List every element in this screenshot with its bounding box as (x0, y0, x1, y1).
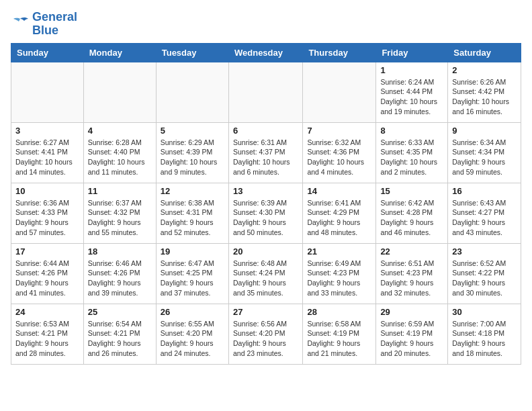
day-info: Sunrise: 6:33 AM Sunset: 4:35 PM Dayligh… (380, 138, 443, 177)
calendar-cell: 9Sunrise: 6:34 AM Sunset: 4:34 PM Daylig… (448, 122, 521, 183)
weekday-header: Sunday (11, 43, 84, 62)
day-info: Sunrise: 6:32 AM Sunset: 4:36 PM Dayligh… (307, 138, 371, 177)
calendar-week-row: 17Sunrise: 6:44 AM Sunset: 4:26 PM Dayli… (11, 243, 521, 304)
day-info: Sunrise: 6:47 AM Sunset: 4:25 PM Dayligh… (161, 259, 224, 298)
calendar-cell: 21Sunrise: 6:49 AM Sunset: 4:23 PM Dayli… (303, 243, 376, 304)
calendar-cell: 10Sunrise: 6:36 AM Sunset: 4:33 PM Dayli… (11, 183, 84, 243)
calendar-cell: 14Sunrise: 6:41 AM Sunset: 4:29 PM Dayli… (303, 183, 376, 243)
calendar-cell: 23Sunrise: 6:52 AM Sunset: 4:22 PM Dayli… (448, 243, 521, 304)
day-number: 8 (380, 126, 443, 136)
day-info: Sunrise: 6:51 AM Sunset: 4:23 PM Dayligh… (380, 259, 443, 298)
calendar-cell: 1Sunrise: 6:24 AM Sunset: 4:44 PM Daylig… (376, 62, 448, 122)
calendar-cell (83, 62, 156, 122)
weekday-header: Monday (83, 43, 156, 62)
day-number: 20 (233, 246, 298, 257)
calendar-week-row: 10Sunrise: 6:36 AM Sunset: 4:33 PM Dayli… (11, 183, 521, 243)
calendar-cell: 29Sunrise: 6:59 AM Sunset: 4:19 PM Dayli… (376, 304, 448, 364)
day-info: Sunrise: 6:34 AM Sunset: 4:34 PM Dayligh… (452, 138, 517, 177)
day-number: 13 (233, 186, 298, 196)
calendar-week-row: 3Sunrise: 6:27 AM Sunset: 4:41 PM Daylig… (11, 122, 521, 183)
day-info: Sunrise: 6:46 AM Sunset: 4:26 PM Dayligh… (88, 259, 152, 298)
day-number: 23 (452, 246, 517, 257)
calendar-cell: 15Sunrise: 6:42 AM Sunset: 4:28 PM Dayli… (376, 183, 448, 243)
day-number: 2 (452, 65, 517, 75)
calendar-cell (228, 62, 302, 122)
day-number: 12 (161, 186, 224, 196)
calendar-table: SundayMondayTuesdayWednesdayThursdayFrid… (11, 43, 521, 365)
calendar-cell: 12Sunrise: 6:38 AM Sunset: 4:31 PM Dayli… (156, 183, 228, 243)
weekday-header: Wednesday (228, 43, 302, 62)
day-number: 19 (161, 246, 224, 257)
calendar-cell: 20Sunrise: 6:48 AM Sunset: 4:24 PM Dayli… (228, 243, 302, 304)
day-info: Sunrise: 6:42 AM Sunset: 4:28 PM Dayligh… (380, 198, 443, 238)
day-number: 25 (88, 307, 152, 317)
calendar-cell: 27Sunrise: 6:56 AM Sunset: 4:20 PM Dayli… (228, 304, 302, 364)
day-info: Sunrise: 6:52 AM Sunset: 4:22 PM Dayligh… (452, 259, 517, 298)
day-info: Sunrise: 6:59 AM Sunset: 4:19 PM Dayligh… (380, 319, 443, 359)
day-info: Sunrise: 7:00 AM Sunset: 4:18 PM Dayligh… (452, 319, 517, 359)
logo-icon (11, 16, 30, 32)
logo: GeneralBlue (11, 11, 77, 38)
calendar-header-row: SundayMondayTuesdayWednesdayThursdayFrid… (11, 43, 521, 62)
day-info: Sunrise: 6:26 AM Sunset: 4:42 PM Dayligh… (452, 77, 517, 117)
calendar-cell: 25Sunrise: 6:54 AM Sunset: 4:21 PM Dayli… (83, 304, 156, 364)
day-number: 11 (88, 186, 152, 196)
day-number: 26 (161, 307, 224, 317)
calendar-cell: 2Sunrise: 6:26 AM Sunset: 4:42 PM Daylig… (448, 62, 521, 122)
calendar-cell (11, 62, 84, 122)
day-info: Sunrise: 6:39 AM Sunset: 4:30 PM Dayligh… (233, 198, 298, 238)
day-info: Sunrise: 6:24 AM Sunset: 4:44 PM Dayligh… (380, 77, 443, 117)
day-number: 1 (380, 65, 443, 75)
day-number: 30 (452, 307, 517, 317)
calendar-cell: 24Sunrise: 6:53 AM Sunset: 4:21 PM Dayli… (11, 304, 84, 364)
day-info: Sunrise: 6:28 AM Sunset: 4:40 PM Dayligh… (88, 138, 152, 177)
day-info: Sunrise: 6:49 AM Sunset: 4:23 PM Dayligh… (307, 259, 371, 298)
day-info: Sunrise: 6:55 AM Sunset: 4:20 PM Dayligh… (161, 319, 224, 359)
day-info: Sunrise: 6:29 AM Sunset: 4:39 PM Dayligh… (161, 138, 224, 177)
day-number: 7 (307, 126, 371, 136)
calendar-cell: 26Sunrise: 6:55 AM Sunset: 4:20 PM Dayli… (156, 304, 228, 364)
day-number: 9 (452, 126, 517, 136)
day-number: 5 (161, 126, 224, 136)
calendar-cell: 22Sunrise: 6:51 AM Sunset: 4:23 PM Dayli… (376, 243, 448, 304)
calendar-cell: 30Sunrise: 7:00 AM Sunset: 4:18 PM Dayli… (448, 304, 521, 364)
day-info: Sunrise: 6:27 AM Sunset: 4:41 PM Dayligh… (15, 138, 79, 177)
day-info: Sunrise: 6:56 AM Sunset: 4:20 PM Dayligh… (233, 319, 298, 359)
day-info: Sunrise: 6:43 AM Sunset: 4:27 PM Dayligh… (452, 198, 517, 238)
day-number: 4 (88, 126, 152, 136)
calendar-cell: 28Sunrise: 6:58 AM Sunset: 4:19 PM Dayli… (303, 304, 376, 364)
day-info: Sunrise: 6:58 AM Sunset: 4:19 PM Dayligh… (307, 319, 371, 359)
calendar-cell (303, 62, 376, 122)
day-info: Sunrise: 6:44 AM Sunset: 4:26 PM Dayligh… (15, 259, 79, 298)
logo-text: GeneralBlue (32, 11, 77, 38)
calendar-cell: 11Sunrise: 6:37 AM Sunset: 4:32 PM Dayli… (83, 183, 156, 243)
day-number: 3 (15, 126, 79, 136)
calendar-cell (156, 62, 228, 122)
day-number: 18 (88, 246, 152, 257)
day-number: 16 (452, 186, 517, 196)
day-number: 17 (15, 246, 79, 257)
calendar-cell: 19Sunrise: 6:47 AM Sunset: 4:25 PM Dayli… (156, 243, 228, 304)
calendar-cell: 7Sunrise: 6:32 AM Sunset: 4:36 PM Daylig… (303, 122, 376, 183)
day-info: Sunrise: 6:48 AM Sunset: 4:24 PM Dayligh… (233, 259, 298, 298)
day-info: Sunrise: 6:41 AM Sunset: 4:29 PM Dayligh… (307, 198, 371, 238)
weekday-header: Friday (376, 43, 448, 62)
day-info: Sunrise: 6:31 AM Sunset: 4:37 PM Dayligh… (233, 138, 298, 177)
calendar-week-row: 1Sunrise: 6:24 AM Sunset: 4:44 PM Daylig… (11, 62, 521, 122)
day-number: 14 (307, 186, 371, 196)
weekday-header: Saturday (448, 43, 521, 62)
day-info: Sunrise: 6:36 AM Sunset: 4:33 PM Dayligh… (15, 198, 79, 238)
day-number: 22 (380, 246, 443, 257)
calendar-cell: 4Sunrise: 6:28 AM Sunset: 4:40 PM Daylig… (83, 122, 156, 183)
calendar-cell: 6Sunrise: 6:31 AM Sunset: 4:37 PM Daylig… (228, 122, 302, 183)
calendar-cell: 13Sunrise: 6:39 AM Sunset: 4:30 PM Dayli… (228, 183, 302, 243)
day-number: 15 (380, 186, 443, 196)
calendar-cell: 18Sunrise: 6:46 AM Sunset: 4:26 PM Dayli… (83, 243, 156, 304)
day-info: Sunrise: 6:53 AM Sunset: 4:21 PM Dayligh… (15, 319, 79, 359)
calendar-week-row: 24Sunrise: 6:53 AM Sunset: 4:21 PM Dayli… (11, 304, 521, 364)
page-header: GeneralBlue (11, 11, 521, 38)
day-number: 28 (307, 307, 371, 317)
calendar-cell: 16Sunrise: 6:43 AM Sunset: 4:27 PM Dayli… (448, 183, 521, 243)
day-number: 6 (233, 126, 298, 136)
day-info: Sunrise: 6:37 AM Sunset: 4:32 PM Dayligh… (88, 198, 152, 238)
